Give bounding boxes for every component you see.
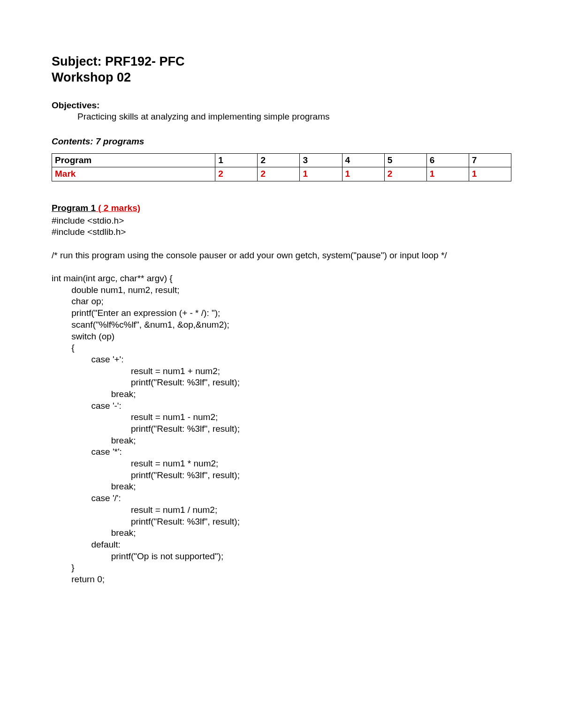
code-block: #include <stdio.h> #include <stdlib.h> /…: [52, 215, 511, 585]
contents-heading: Contents: 7 programs: [52, 136, 511, 148]
mark-6: 1: [426, 167, 469, 181]
program1-heading: Program 1 ( 2 marks): [52, 203, 511, 214]
objectives-text: Practicing skills at analyzing and imple…: [77, 111, 511, 123]
mark-3: 1: [300, 167, 342, 181]
mark-label: Mark: [52, 167, 215, 181]
mark-4: 1: [342, 167, 384, 181]
col-5: 5: [384, 153, 426, 167]
col-program: Program: [52, 153, 215, 167]
program1-label: Program 1: [52, 203, 96, 213]
mark-7: 1: [469, 167, 511, 181]
title-line-2: Workshop 02: [52, 70, 511, 86]
objectives-heading: Objectives:: [52, 100, 511, 112]
document-title: Subject: PRF192- PFC Workshop 02: [52, 54, 511, 86]
program1-marks: ( 2 marks): [96, 203, 140, 213]
table-header-row: Program 1 2 3 4 5 6 7: [52, 153, 511, 167]
mark-1: 2: [215, 167, 258, 181]
table-mark-row: Mark 2 2 1 1 2 1 1: [52, 167, 511, 181]
col-7: 7: [469, 153, 511, 167]
mark-2: 2: [258, 167, 300, 181]
col-3: 3: [300, 153, 342, 167]
col-1: 1: [215, 153, 258, 167]
col-6: 6: [426, 153, 469, 167]
col-4: 4: [342, 153, 384, 167]
col-2: 2: [258, 153, 300, 167]
marks-table: Program 1 2 3 4 5 6 7 Mark 2 2 1 1 2 1 1: [52, 153, 511, 181]
mark-5: 2: [384, 167, 426, 181]
title-line-1: Subject: PRF192- PFC: [52, 54, 511, 70]
